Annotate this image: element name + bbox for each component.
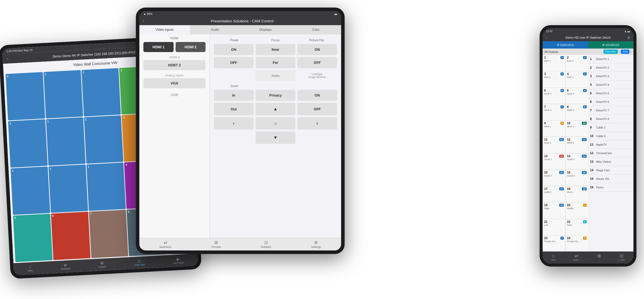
output-15[interactable]: 15 15 South 3 [543, 170, 565, 186]
output-3[interactable]: 3 3 East 3 [543, 71, 565, 87]
source-13[interactable]: 13 iMac Videos [588, 157, 634, 166]
left-tablet-back-arrow[interactable]: ‹ [7, 57, 8, 61]
tab-displays[interactable]: Displays [240, 25, 291, 34]
source-10[interactable]: 10 Cable 2 [588, 132, 634, 140]
grid-cell-11[interactable]: 1 [86, 162, 126, 211]
home-button[interactable]: ⌂ [256, 117, 295, 130]
left-tablet-nav-videowall[interactable]: ⊡ Video Wall [134, 259, 145, 266]
source-16-num: 16 [590, 186, 595, 189]
right-arrow-button[interactable]: › [297, 117, 337, 130]
sources-toggle[interactable]: ⊞ SOURCES [588, 41, 634, 49]
center-nav-detailed[interactable]: ⊡ Detailed [261, 240, 271, 248]
usb-button[interactable]: USB [143, 90, 206, 100]
output-24[interactable]: 24 8 Private Din... [566, 235, 588, 251]
displays-toggle[interactable]: ⊞ DISPLAYS [543, 41, 588, 49]
phone-settings-icon[interactable]: ⚙ [627, 36, 630, 40]
up-arrow-button[interactable]: ▲ [256, 103, 295, 115]
grid-cell-3[interactable]: 1 [81, 68, 121, 116]
output-1[interactable]: 1 1 East 1 [543, 55, 565, 71]
source-3[interactable]: 3 DirectTV 3 [588, 72, 634, 80]
output-10[interactable]: 10 10 West 2 [566, 120, 588, 137]
phone-nav-main[interactable]: ⌂ Main [551, 254, 555, 261]
source-2[interactable]: 2 DirectTV 2 [588, 63, 634, 72]
privacy-button[interactable]: Privacy [256, 90, 295, 101]
source-11[interactable]: 11 AppleTV [588, 140, 634, 149]
source-15[interactable]: 15 House Vid... [588, 175, 634, 183]
center-nav-presets[interactable]: ⊞ Presets [212, 240, 221, 248]
source-1[interactable]: 1 DirectTV 1 [588, 55, 634, 63]
output-4[interactable]: 4 4 East 4 [566, 71, 588, 87]
output-14[interactable]: 14 14 South 2 [566, 153, 588, 169]
tab-cam[interactable]: Cam [291, 25, 341, 34]
left-tablet-nav-switchers[interactable]: ⇄ Switchers [60, 263, 70, 270]
zoom-out-button[interactable]: Out [214, 103, 254, 115]
image-reverse-on-button[interactable]: ON [297, 90, 337, 101]
center-tablet-back-arrow[interactable]: ‹ [143, 19, 144, 23]
down-arrow-button[interactable]: ▼ [256, 132, 295, 144]
source-14[interactable]: 14 Stage Cam [588, 166, 634, 175]
focus-far-button[interactable]: Far [256, 57, 295, 68]
power-on-button[interactable]: ON [214, 44, 254, 55]
center-nav-switchers[interactable]: ⇄ Switchers [159, 240, 172, 248]
source-4[interactable]: 4 DirectTV 4 [588, 80, 634, 89]
left-tablet-nav-livefeeds[interactable]: ▶ Live Feeds [173, 257, 184, 264]
hdbt2-button[interactable]: HDBT 2 [143, 60, 206, 70]
grid-cell-15[interactable]: 7 [89, 210, 128, 258]
picture-flip-off-button[interactable]: OFF [297, 57, 337, 68]
source-6[interactable]: 6 DirectTV 6 [588, 98, 634, 106]
source-7[interactable]: 7 DirectTV 7 [588, 106, 634, 115]
output-21[interactable]: 21 Left [543, 219, 565, 235]
grid-cell-6[interactable]: 1 [46, 117, 86, 165]
source-16[interactable]: 16 Flyers [588, 183, 634, 192]
grid-cell-14[interactable]: 6 [51, 212, 90, 260]
phone-nav-called[interactable]: ⊡ ...called [618, 253, 625, 261]
output-23[interactable]: 23 7 Private Din... [543, 235, 565, 251]
source-12[interactable]: 12 ChromeCast [588, 149, 634, 157]
output-19[interactable]: 19 19 Right [543, 202, 565, 219]
phone-back-arrow[interactable]: ‹ [546, 36, 547, 40]
output-2[interactable]: 2 2 East 2 [566, 55, 588, 71]
grid-cell-7[interactable]: 1 [84, 115, 123, 163]
output-12[interactable]: 12 12 West 4 [566, 137, 588, 153]
tab-audio[interactable]: Audio [190, 25, 240, 34]
grid-cell-1[interactable]: 1 [6, 72, 45, 120]
output-18[interactable]: 18 18 Men's [566, 186, 588, 202]
left-tablet-nav-main[interactable]: ⌂ Main [28, 265, 33, 272]
focus-near-button[interactable]: Near [256, 44, 295, 55]
picture-flip-on-button[interactable]: ON [297, 44, 337, 55]
zoom-in-button[interactable]: In [214, 90, 254, 101]
phone-nav-switch[interactable]: ⇄ Switch... [573, 253, 580, 261]
power-off-button[interactable]: OFF [214, 57, 254, 68]
output-22[interactable]: 22 6 Patio [566, 219, 588, 235]
source-8[interactable]: 8 DirectTV 8 [588, 115, 634, 123]
output-13[interactable]: 13 13 South 1 [543, 153, 565, 169]
image-reverse-off-button[interactable]: OFF [297, 103, 337, 115]
output-9[interactable]: 9 9 West 1 [543, 120, 565, 137]
output-20[interactable]: 20 4 Middle [566, 202, 588, 219]
output-6[interactable]: 6 6 North 2 [566, 88, 588, 104]
source-9[interactable]: 9 Cable 1 [588, 123, 634, 132]
phone-nav-presets[interactable]: ⊞ ... [597, 253, 601, 261]
output-17[interactable]: 17 17 Ladie's [543, 186, 565, 202]
output-11[interactable]: 11 11 West 3 [543, 137, 565, 153]
grid-cell-9[interactable]: 1 [11, 166, 50, 215]
passthru-button[interactable]: Pass-thru [603, 50, 618, 54]
grid-cell-10[interactable]: 1 [48, 164, 88, 213]
vga-button[interactable]: VGA [143, 78, 206, 88]
focus-auto-button[interactable]: Auto [256, 70, 295, 81]
tab-video-inputs[interactable]: Video Inputs [139, 25, 190, 34]
shift-button[interactable]: Shift [621, 50, 629, 54]
output-8[interactable]: 8 8 North 4 [566, 104, 588, 120]
output-7[interactable]: 7 7 North 3 [543, 104, 565, 120]
hdmi2-button[interactable]: HDMI 2 [176, 42, 206, 52]
grid-cell-13[interactable]: 5 [13, 214, 53, 262]
left-arrow-button[interactable]: ‹ [214, 117, 254, 130]
output-5[interactable]: 5 6 North 1 [543, 88, 565, 104]
hdmi1-button[interactable]: HDMI 1 [143, 42, 174, 52]
grid-cell-5[interactable]: 1 [8, 119, 48, 167]
source-5[interactable]: 5 DirectTV 5 [588, 89, 634, 98]
center-nav-settings[interactable]: ⚙ Settings [311, 240, 321, 248]
output-16[interactable]: 16 16 South 4 [566, 170, 588, 186]
grid-cell-2[interactable]: 1 [44, 70, 83, 118]
left-tablet-nav-presets[interactable]: ⊞ Presets [98, 261, 106, 268]
